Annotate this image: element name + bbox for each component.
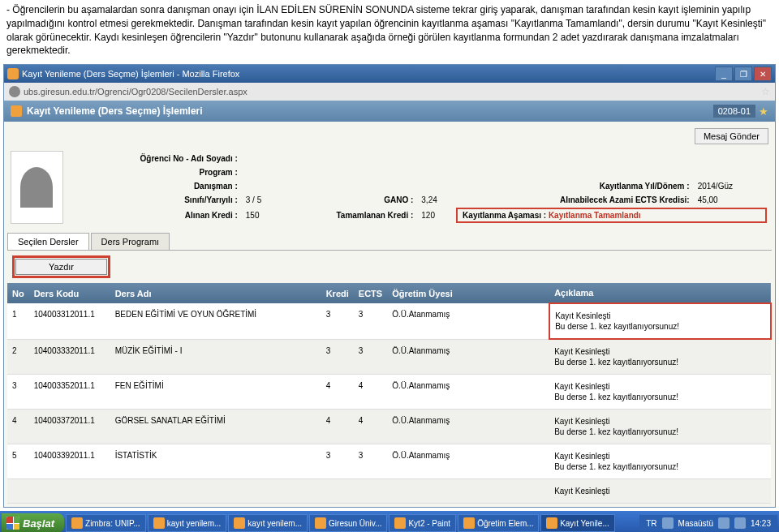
th-kredi: Kredi bbox=[321, 283, 354, 303]
cell-aciklama: Kayıt KesinleştiBu derse 1. kez kayıtlan… bbox=[549, 339, 771, 375]
cell-aciklama: Kayıt KesinleştiBu derse 1. kez kayıtlan… bbox=[549, 410, 771, 444]
firefox-window: Kayıt Yenileme (Ders Seçme) İşlemleri - … bbox=[3, 64, 776, 508]
start-button[interactable]: Başlat bbox=[2, 513, 64, 532]
student-info-panel: Öğrenci No - Adı Soyadı : Program : Danı… bbox=[7, 148, 772, 228]
cell-kredi: 4 bbox=[321, 410, 354, 444]
cell-uye: Ö.Ü.Atanmamış bbox=[387, 303, 549, 339]
task-app-icon bbox=[71, 517, 83, 529]
kayit-asama-box: Kayıtlanma Aşaması : Kayıtlanma Tamamlan… bbox=[456, 208, 767, 223]
alinabilecek-label: Alınabilecek Azami ECTS Kredisi: bbox=[456, 194, 693, 206]
th-kod: Ders Kodu bbox=[29, 283, 110, 303]
cell-uye: Ö.Ü.Atanmamış bbox=[387, 339, 549, 375]
cell-ad: FEN EĞİTİMİ bbox=[110, 375, 321, 410]
gano-value: 3,24 bbox=[418, 194, 454, 206]
cell-ects: 4 bbox=[354, 410, 387, 444]
content-tabs: Seçilen Dersler Ders Programı bbox=[7, 233, 772, 251]
cell-ects: 3 bbox=[354, 339, 387, 375]
program-label: Program : bbox=[71, 166, 241, 178]
tray-clock: 14:23 bbox=[751, 519, 771, 528]
th-no: No bbox=[7, 283, 29, 303]
tray-icon[interactable] bbox=[718, 517, 730, 529]
tab-ders-programi[interactable]: Ders Programı bbox=[91, 233, 170, 250]
cell-uye: Ö.Ü.Atanmamış bbox=[387, 444, 549, 479]
cell-kredi: 3 bbox=[321, 303, 354, 339]
task-label: Zimbra: UNIP... bbox=[85, 519, 140, 528]
globe-icon bbox=[9, 86, 20, 97]
student-no-label: Öğrenci No - Adı Soyadı : bbox=[71, 152, 241, 165]
avatar-placeholder-icon bbox=[20, 167, 53, 208]
cell-ects: 4 bbox=[354, 375, 387, 410]
taskbar-item[interactable]: Giresun Üniv... bbox=[309, 514, 387, 532]
cell-ects: 3 bbox=[354, 444, 387, 479]
cell-no: 4 bbox=[7, 410, 29, 444]
close-button[interactable]: ✕ bbox=[754, 66, 772, 81]
cell-kod: 104003392011.1 bbox=[29, 444, 110, 479]
table-row: Kayıt Kesinleşti bbox=[7, 479, 771, 504]
asama-value: Kayıtlanma Tamamlandı bbox=[549, 211, 641, 220]
cell-kod: 104003332011.1 bbox=[29, 339, 110, 375]
taskbar-item[interactable]: Kyt2 - Paint bbox=[389, 514, 456, 532]
th-uye: Öğretim Üyesi bbox=[387, 283, 549, 303]
cell-no: 1 bbox=[7, 303, 29, 339]
table-row: 2104003332011.1MÜZİK EĞİTİMİ - I33Ö.Ü.At… bbox=[7, 339, 771, 375]
tray-language[interactable]: TR bbox=[646, 519, 656, 528]
cell-uye: Ö.Ü.Atanmamış bbox=[387, 375, 549, 410]
windows-taskbar: Başlat Zimbra: UNIP...kayıt yenilem...ka… bbox=[0, 511, 779, 532]
task-label: kayıt yenilem... bbox=[167, 519, 222, 528]
task-label: Kyt2 - Paint bbox=[408, 519, 450, 528]
table-row: 4104003372011.1GÖRSEL SANATLAR EĞİTİMİ44… bbox=[7, 410, 771, 444]
tray-desktop[interactable]: Masaüstü bbox=[678, 519, 713, 528]
page-code-badge: 0208-01 bbox=[713, 105, 755, 118]
cell-aciklama: Kayıt KesinleştiBu derse 1. kez kayıtlan… bbox=[549, 444, 771, 479]
tab-secilen-dersler[interactable]: Seçilen Dersler bbox=[7, 233, 89, 250]
taskbar-item[interactable]: Zimbra: UNIP... bbox=[66, 514, 146, 532]
cell-kod: 104003372011.1 bbox=[29, 410, 110, 444]
window-title: Kayıt Yenileme (Ders Seçme) İşlemleri - … bbox=[22, 69, 715, 79]
task-app-icon bbox=[546, 517, 557, 529]
cell-ad: BEDEN EĞİTİMİ VE OYUN ÖĞRETİMİ bbox=[110, 303, 321, 339]
task-app-icon bbox=[315, 517, 326, 529]
table-row: 3104003352011.1FEN EĞİTİMİ44Ö.Ü.Atanmamı… bbox=[7, 375, 771, 410]
task-label: Kayıt Yenile... bbox=[560, 519, 609, 528]
page-title: Kayıt Yenileme (Ders Seçme) İşlemleri bbox=[27, 105, 713, 117]
th-acik: Açıklama bbox=[549, 283, 771, 303]
cell-kod: 104003312011.1 bbox=[29, 303, 110, 339]
tamamlanan-value: 120 bbox=[418, 208, 454, 223]
cell-no: 3 bbox=[7, 375, 29, 410]
taskbar-item[interactable]: kayıt yenilem... bbox=[228, 514, 308, 532]
cell-aciklama: Kayıt KesinleştiBu derse 1. kez kayıtlan… bbox=[549, 303, 771, 339]
taskbar-item[interactable]: kayıt yenilem... bbox=[148, 514, 227, 532]
taskbar-item[interactable]: Kayıt Yenile... bbox=[540, 514, 615, 532]
cell-no: 2 bbox=[7, 339, 29, 375]
student-avatar bbox=[11, 151, 63, 224]
maximize-button[interactable]: ❐ bbox=[734, 66, 752, 81]
cell-ad: İSTATİSTİK bbox=[110, 444, 321, 479]
bookmark-star-icon[interactable]: ☆ bbox=[761, 86, 770, 97]
minimize-button[interactable]: _ bbox=[715, 66, 733, 81]
cell-kod: 104003352011.1 bbox=[29, 375, 110, 410]
tray-icon[interactable] bbox=[734, 517, 746, 529]
task-app-icon bbox=[153, 517, 165, 529]
cell-kredi: 4 bbox=[321, 375, 354, 410]
task-app-icon bbox=[234, 517, 245, 529]
start-label: Başlat bbox=[23, 517, 54, 530]
task-app-icon bbox=[463, 517, 475, 529]
cell-ad: GÖRSEL SANATLAR EĞİTİMİ bbox=[110, 410, 321, 444]
windows-logo-icon bbox=[6, 517, 19, 530]
task-label: Giresun Üniv... bbox=[329, 519, 381, 528]
print-button[interactable]: Yazdır bbox=[15, 259, 107, 275]
favorite-star-icon[interactable]: ★ bbox=[759, 105, 768, 118]
send-message-button[interactable]: Mesaj Gönder bbox=[695, 128, 768, 144]
th-ects: ECTS bbox=[354, 283, 387, 303]
address-bar[interactable]: ubs.giresun.edu.tr/Ogrenci/Ogr0208/Secil… bbox=[4, 83, 775, 101]
cell-aciklama: Kayıt Kesinleşti bbox=[549, 479, 771, 504]
cell-ad: MÜZİK EĞİTİMİ - I bbox=[110, 339, 321, 375]
kayit-yil-value: 2014/Güz bbox=[695, 180, 767, 192]
sinif-label: Sınıfı/Yarıyılı : bbox=[71, 194, 241, 206]
cell-no: 5 bbox=[7, 444, 29, 479]
window-titlebar: Kayıt Yenileme (Ders Seçme) İşlemleri - … bbox=[4, 65, 775, 83]
th-ad: Ders Adı bbox=[110, 283, 321, 303]
asama-label: Kayıtlanma Aşaması : bbox=[463, 211, 546, 220]
tray-icon[interactable] bbox=[662, 517, 674, 529]
taskbar-item[interactable]: Öğretim Elem... bbox=[458, 514, 539, 532]
